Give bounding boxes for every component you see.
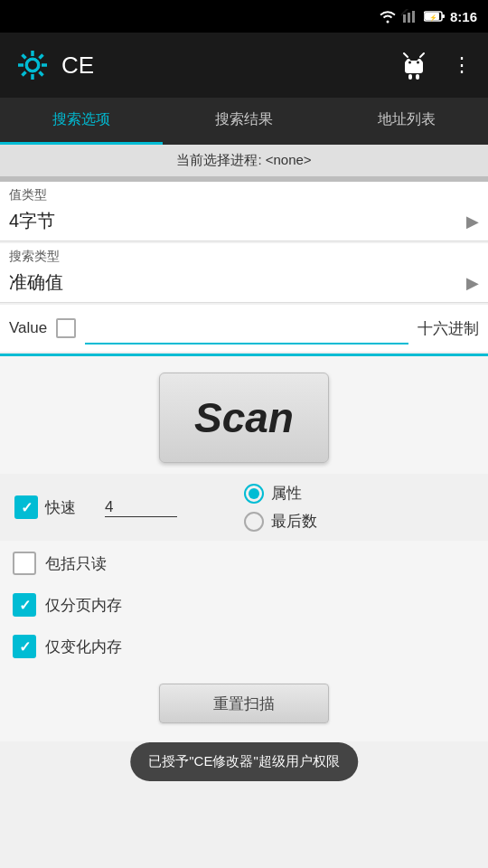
radio-attribute-label: 属性 — [271, 483, 302, 504]
svg-rect-15 — [408, 74, 412, 80]
app-bar: CE ⋮ — [0, 33, 488, 98]
value-row: Value 十六进制 — [0, 305, 488, 352]
svg-point-13 — [408, 61, 411, 64]
tab-address-list[interactable]: 地址列表 — [325, 98, 488, 145]
search-type-section: 搜索类型 准确值 ▶ — [0, 243, 488, 303]
radio-attribute[interactable]: 属性 — [244, 483, 474, 504]
status-icons: ⚡ 8:16 — [379, 9, 477, 24]
paged-memory-label: 仅分页内存 — [45, 595, 122, 616]
more-menu-icon[interactable]: ⋮ — [448, 52, 475, 79]
wifi-icon — [379, 9, 397, 24]
paged-memory-checkbox[interactable]: ✓ — [13, 593, 36, 617]
app-logo-icon — [13, 45, 52, 85]
reset-section: 重置扫描 — [0, 669, 488, 741]
checkbox-paged-memory[interactable]: ✓ 仅分页内存 — [13, 584, 475, 626]
radio-last-num-label: 最后数 — [271, 511, 317, 532]
process-bar[interactable]: 当前选择进程: <none> — [0, 145, 488, 176]
fast-value: 4 — [105, 498, 177, 517]
reset-button-text: 重置扫描 — [213, 693, 275, 714]
options-row: ✓ 快速 4 属性 最后数 — [0, 474, 488, 541]
svg-rect-12 — [405, 61, 423, 73]
app-title: CE — [61, 52, 387, 80]
checkbox-changed-memory[interactable]: ✓ 仅变化内存 — [13, 626, 475, 667]
svg-point-14 — [417, 61, 419, 64]
status-time: 8:16 — [450, 9, 477, 24]
fast-section: ✓ 快速 4 — [14, 495, 244, 519]
value-checkbox[interactable] — [56, 318, 76, 338]
search-type-label: 搜索类型 — [0, 243, 488, 267]
value-type-section: 值类型 4字节 ▶ — [0, 182, 488, 241]
reset-button[interactable]: 重置扫描 — [159, 684, 329, 723]
status-bar: ⚡ 8:16 — [0, 0, 488, 33]
android-icon — [396, 47, 432, 83]
battery-icon: ⚡ — [424, 10, 446, 23]
hex-label: 十六进制 — [418, 318, 479, 339]
value-type-arrow-icon: ▶ — [466, 212, 479, 231]
include-readonly-label: 包括只读 — [45, 553, 107, 574]
radio-group: 属性 最后数 — [244, 483, 474, 532]
svg-rect-16 — [416, 74, 419, 80]
toast-text: 已授予"CE修改器"超级用户权限 — [148, 753, 340, 769]
scan-section: Scan — [0, 356, 488, 474]
value-label: Value — [9, 319, 47, 337]
include-readonly-checkbox[interactable] — [13, 552, 36, 575]
tab-search-results[interactable]: 搜索结果 — [163, 98, 325, 145]
radio-last-num[interactable]: 最后数 — [244, 511, 474, 532]
tab-bar: 搜索选项 搜索结果 地址列表 — [0, 98, 488, 145]
checkboxes-section: 包括只读 ✓ 仅分页内存 ✓ 仅变化内存 — [0, 541, 488, 669]
toast: 已授予"CE修改器"超级用户权限 — [130, 742, 358, 781]
svg-rect-6 — [442, 14, 445, 18]
scan-button-text: Scan — [194, 393, 294, 442]
radio-attribute-circle — [244, 484, 264, 504]
svg-rect-1 — [408, 13, 410, 23]
radio-last-num-circle — [244, 512, 264, 532]
process-label: 当前选择进程: <none> — [176, 152, 311, 167]
tab-search-options[interactable]: 搜索选项 — [0, 98, 163, 145]
changed-memory-label: 仅变化内存 — [45, 637, 122, 657]
svg-point-9 — [28, 61, 37, 70]
svg-text:⚡: ⚡ — [429, 14, 437, 22]
signal-blocked-icon — [401, 9, 419, 24]
value-type-label: 值类型 — [0, 182, 488, 205]
checkbox-include-readonly[interactable]: 包括只读 — [13, 542, 475, 584]
scan-button[interactable]: Scan — [159, 373, 329, 463]
svg-rect-2 — [412, 11, 415, 23]
fast-label: 快速 — [45, 497, 76, 518]
search-type-arrow-icon: ▶ — [466, 273, 479, 293]
svg-rect-0 — [403, 14, 406, 23]
value-input[interactable] — [85, 312, 408, 344]
search-type-dropdown[interactable]: 准确值 ▶ — [0, 267, 488, 303]
value-type-dropdown[interactable]: 4字节 ▶ — [0, 205, 488, 241]
fast-checkbox[interactable]: ✓ — [14, 495, 38, 519]
changed-memory-checkbox[interactable]: ✓ — [13, 635, 36, 658]
